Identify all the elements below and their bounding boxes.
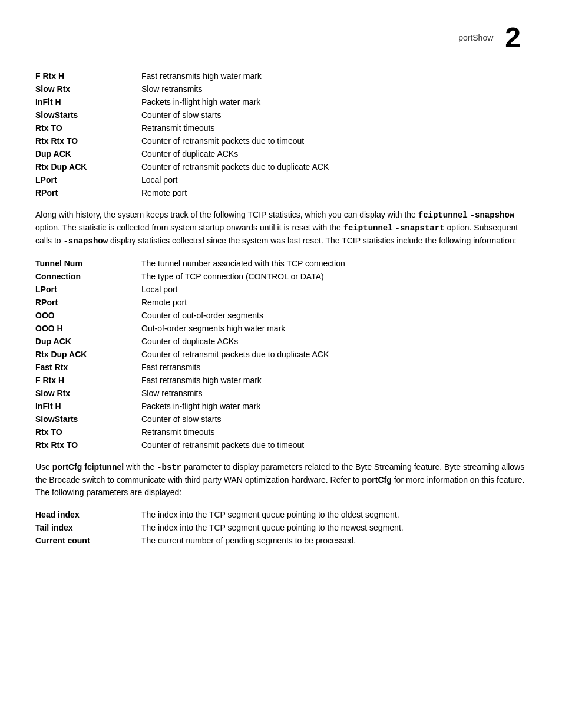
table-row: Tail indexThe index into the TCP segment… [35,521,527,534]
term-cell: F Rtx H [35,374,141,387]
desc-cell: Fast retransmits [141,361,527,374]
desc-cell: Counter of duplicate ACKs [141,335,527,348]
third-term-table: Head indexThe index into the TCP segment… [35,508,527,547]
desc-cell: Remote port [141,186,527,199]
table-row: InFlt HPackets in-flight high water mark [35,95,527,108]
table-row: RPortRemote port [35,186,527,199]
desc-cell: Local port [141,173,527,186]
desc-cell: Slow retransmits [141,387,527,400]
table-row: RPortRemote port [35,296,527,309]
desc-cell: Remote port [141,296,527,309]
desc-cell: Counter of slow starts [141,413,527,426]
desc-cell: Local port [141,283,527,296]
table-row: Rtx Dup ACKCounter of retransmit packets… [35,160,527,173]
bold-text: portCfg fciptunnel [52,462,124,472]
term-cell: LPort [35,173,141,186]
table-row: SlowStartsCounter of slow starts [35,108,527,121]
table-row: OOO HOut-of-order segments high water ma… [35,322,527,335]
term-cell: F Rtx H [35,70,141,83]
table-row: Tunnel NumThe tunnel number associated w… [35,257,527,270]
desc-cell: The current number of pending segments t… [141,534,527,547]
term-cell: Tail index [35,521,141,534]
table-row: Slow RtxSlow retransmits [35,387,527,400]
desc-cell: The type of TCP connection (CONTROL or D… [141,270,527,283]
table-row: Head indexThe index into the TCP segment… [35,508,527,521]
first-term-table: F Rtx HFast retransmits high water markS… [35,70,527,199]
inline-code: fciptunnel [418,210,468,220]
table-row: Current countThe current number of pendi… [35,534,527,547]
term-cell: Fast Rtx [35,361,141,374]
chapter-title: portShow [458,33,493,42]
term-cell: Slow Rtx [35,387,141,400]
desc-cell: Packets in-flight high water mark [141,400,527,413]
table-row: Slow RtxSlow retransmits [35,83,527,95]
chapter-number: 2 [505,24,521,52]
inline-code: fciptunnel [343,223,393,233]
desc-cell: Fast retransmits high water mark [141,70,527,83]
page: portShow 2 F Rtx HFast retransmits high … [0,0,562,592]
table-row: OOOCounter of out-of-order segments [35,309,527,322]
paragraph-portcfg: Use portCfg fciptunnel with the -bstr pa… [35,461,527,499]
desc-cell: Counter of retransmit packets due to tim… [141,134,527,147]
desc-cell: Counter of retransmit packets due to dup… [141,348,527,361]
term-cell: SlowStarts [35,413,141,426]
desc-cell: Counter of retransmit packets due to tim… [141,439,527,452]
desc-cell: Retransmit timeouts [141,121,527,134]
table-row: Rtx Rtx TOCounter of retransmit packets … [35,134,527,147]
desc-cell: Out-of-order segments high water mark [141,322,527,335]
term-cell: Rtx Dup ACK [35,348,141,361]
term-cell: Rtx Dup ACK [35,160,141,173]
table-row: LPortLocal port [35,173,527,186]
table-row: Fast RtxFast retransmits [35,361,527,374]
term-cell: Tunnel Num [35,257,141,270]
table-row: SlowStartsCounter of slow starts [35,413,527,426]
table-row: LPortLocal port [35,283,527,296]
desc-cell: Fast retransmits high water mark [141,374,527,387]
paragraph-tcip-intro: Along with history, the system keeps tra… [35,209,527,248]
table-row: Rtx TORetransmit timeouts [35,121,527,134]
page-header: portShow 2 [35,24,527,52]
table-row: Dup ACKCounter of duplicate ACKs [35,335,527,348]
term-cell: OOO H [35,322,141,335]
desc-cell: Counter of out-of-order segments [141,309,527,322]
term-cell: Connection [35,270,141,283]
term-cell: OOO [35,309,141,322]
bold-text: portCfg [362,475,392,485]
term-cell: Dup ACK [35,147,141,160]
inline-code: -snapshow [470,210,515,220]
table-row: F Rtx HFast retransmits high water mark [35,374,527,387]
table-row: Rtx TORetransmit timeouts [35,426,527,439]
term-cell: Rtx Rtx TO [35,134,141,147]
term-cell: LPort [35,283,141,296]
desc-cell: Counter of retransmit packets due to dup… [141,160,527,173]
term-cell: Dup ACK [35,335,141,348]
inline-code: -bstr [157,463,181,472]
table-row: ConnectionThe type of TCP connection (CO… [35,270,527,283]
table-row: Rtx Rtx TOCounter of retransmit packets … [35,439,527,452]
term-cell: Head index [35,508,141,521]
inline-code: -snapshow [63,236,108,246]
desc-cell: Counter of slow starts [141,108,527,121]
table-row: Rtx Dup ACKCounter of retransmit packets… [35,348,527,361]
term-cell: InFlt H [35,400,141,413]
term-cell: Rtx TO [35,121,141,134]
term-cell: RPort [35,296,141,309]
inline-code: -snapstart [395,223,445,233]
second-term-table: Tunnel NumThe tunnel number associated w… [35,257,527,452]
desc-cell: The index into the TCP segment queue poi… [141,508,527,521]
term-cell: Rtx TO [35,426,141,439]
term-cell: SlowStarts [35,108,141,121]
term-cell: Slow Rtx [35,83,141,95]
desc-cell: Slow retransmits [141,83,527,95]
desc-cell: Retransmit timeouts [141,426,527,439]
table-row: InFlt HPackets in-flight high water mark [35,400,527,413]
term-cell: RPort [35,186,141,199]
term-cell: InFlt H [35,95,141,108]
term-cell: Current count [35,534,141,547]
desc-cell: The index into the TCP segment queue poi… [141,521,527,534]
desc-cell: Counter of duplicate ACKs [141,147,527,160]
term-cell: Rtx Rtx TO [35,439,141,452]
desc-cell: The tunnel number associated with this T… [141,257,527,270]
table-row: F Rtx HFast retransmits high water mark [35,70,527,83]
desc-cell: Packets in-flight high water mark [141,95,527,108]
